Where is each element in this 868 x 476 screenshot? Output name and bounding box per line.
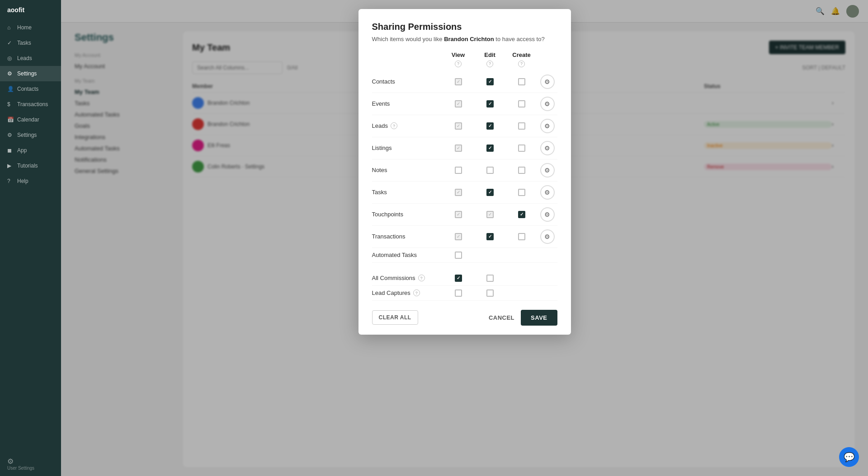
checkbox[interactable]	[518, 233, 525, 240]
transactions-create-check[interactable]	[506, 233, 538, 240]
checkbox[interactable]	[518, 145, 525, 152]
sidebar-item-calendar[interactable]: 📅 Calendar	[0, 112, 61, 127]
sidebar-item-settings[interactable]: ⚙ Settings	[0, 66, 61, 81]
chat-bubble[interactable]: 💬	[839, 447, 859, 467]
listings-gear-cell[interactable]: ⚙	[538, 141, 557, 155]
listings-create-check[interactable]	[506, 145, 538, 152]
checkbox[interactable]	[518, 211, 525, 218]
edit-help-icon[interactable]: ?	[474, 60, 506, 67]
events-gear-button[interactable]: ⚙	[540, 97, 555, 111]
notes-gear-button[interactable]: ⚙	[540, 163, 555, 177]
tasks-gear-button[interactable]: ⚙	[540, 185, 555, 200]
listings-gear-button[interactable]: ⚙	[540, 141, 555, 155]
notes-view-check[interactable]	[443, 167, 474, 174]
sidebar-item-tutorials[interactable]: ▶ Tutorials	[0, 158, 61, 173]
create-help-icon[interactable]: ?	[506, 60, 538, 67]
contacts-edit-check[interactable]	[474, 78, 506, 85]
leads-create-check[interactable]	[506, 122, 538, 130]
tasks-create-check[interactable]	[506, 189, 538, 196]
commissions-view-check[interactable]	[443, 275, 474, 282]
checkbox[interactable]	[455, 211, 462, 218]
touchpoints-edit-check[interactable]	[474, 211, 506, 218]
listings-edit-check[interactable]	[474, 145, 506, 152]
checkbox[interactable]	[455, 189, 462, 196]
notes-create-check[interactable]	[506, 167, 538, 174]
modal-subtitle: Which items would you like Brandon Crich…	[372, 36, 557, 42]
contacts-create-check[interactable]	[506, 78, 538, 85]
checkbox[interactable]	[518, 78, 525, 85]
checkbox[interactable]	[486, 189, 494, 196]
listings-view-check[interactable]	[443, 145, 474, 152]
tasks-view-check[interactable]	[443, 189, 474, 196]
lead-captures-help-icon[interactable]: ?	[413, 289, 420, 296]
checkbox[interactable]	[455, 167, 462, 174]
checkbox[interactable]	[486, 78, 494, 85]
checkbox[interactable]	[455, 145, 462, 152]
contacts-gear-cell[interactable]: ⚙	[538, 75, 557, 89]
commissions-help-icon[interactable]: ?	[418, 275, 425, 281]
transactions-edit-check[interactable]	[474, 233, 506, 240]
checkbox[interactable]	[518, 189, 525, 196]
checkbox[interactable]	[455, 78, 462, 85]
leads-gear-button[interactable]: ⚙	[540, 119, 555, 133]
checkbox[interactable]	[486, 233, 494, 240]
checkbox[interactable]	[518, 122, 525, 130]
leads-help-icon[interactable]: ?	[391, 122, 397, 129]
contacts-gear-button[interactable]: ⚙	[540, 75, 555, 89]
checkbox[interactable]	[486, 211, 494, 218]
events-create-check[interactable]	[506, 100, 538, 107]
checkbox[interactable]	[486, 100, 494, 107]
tasks-gear-cell[interactable]: ⚙	[538, 185, 557, 200]
checkbox[interactable]	[486, 122, 494, 130]
perm-label-lead-captures: Lead Captures ?	[372, 289, 443, 296]
checkbox[interactable]	[455, 252, 462, 259]
checkbox[interactable]	[455, 233, 462, 240]
sidebar-item-leads[interactable]: ◎ Leads	[0, 51, 61, 66]
events-gear-cell[interactable]: ⚙	[538, 97, 557, 111]
perm-row-events: Events ⚙	[372, 93, 557, 115]
checkbox[interactable]	[486, 167, 494, 174]
checkbox[interactable]	[455, 100, 462, 107]
contacts-view-check[interactable]	[443, 78, 474, 85]
checkbox[interactable]	[455, 122, 462, 130]
sidebar-item-tasks[interactable]: ✓ Tasks	[0, 35, 61, 51]
sidebar-item-contacts[interactable]: 👤 Contacts	[0, 81, 61, 97]
notes-edit-check[interactable]	[474, 167, 506, 174]
touchpoints-gear-cell[interactable]: ⚙	[538, 207, 557, 222]
events-view-check[interactable]	[443, 100, 474, 107]
touchpoints-view-check[interactable]	[443, 211, 474, 218]
checkbox[interactable]	[518, 100, 525, 107]
lead-captures-view-check[interactable]	[443, 289, 474, 297]
lead-captures-edit-check[interactable]	[474, 289, 506, 297]
leads-view-check[interactable]	[443, 122, 474, 130]
checkbox[interactable]	[518, 167, 525, 174]
transactions-gear-button[interactable]: ⚙	[540, 229, 555, 244]
touchpoints-gear-button[interactable]: ⚙	[540, 207, 555, 222]
checkbox[interactable]	[486, 289, 494, 297]
transactions-gear-cell[interactable]: ⚙	[538, 229, 557, 244]
tasks-edit-check[interactable]	[474, 189, 506, 196]
commissions-edit-check[interactable]	[474, 275, 506, 282]
checkbox[interactable]	[455, 289, 462, 297]
app-logo: aoofit	[0, 0, 61, 20]
transactions-view-check[interactable]	[443, 233, 474, 240]
automated-tasks-view-check[interactable]	[443, 252, 474, 259]
sidebar-item-settings2[interactable]: ⚙ Settings	[0, 127, 61, 143]
events-edit-check[interactable]	[474, 100, 506, 107]
cancel-button[interactable]: CANCEL	[489, 314, 514, 321]
sidebar-item-app[interactable]: ◼ App	[0, 143, 61, 158]
sidebar-gear-icon[interactable]: ⚙	[7, 457, 54, 466]
sidebar-item-home[interactable]: ⌂ Home	[0, 20, 61, 35]
notes-gear-cell[interactable]: ⚙	[538, 163, 557, 177]
checkbox[interactable]	[455, 275, 462, 282]
touchpoints-create-check[interactable]	[506, 211, 538, 218]
save-button[interactable]: SAVE	[521, 310, 557, 326]
clear-all-button[interactable]: CLEAR ALL	[372, 310, 418, 325]
checkbox[interactable]	[486, 145, 494, 152]
leads-gear-cell[interactable]: ⚙	[538, 119, 557, 133]
checkbox[interactable]	[486, 275, 494, 282]
sidebar-item-transactions[interactable]: $ Transactions	[0, 97, 61, 112]
leads-edit-check[interactable]	[474, 122, 506, 130]
sidebar-item-help[interactable]: ? Help	[0, 173, 61, 189]
view-help-icon[interactable]: ?	[443, 60, 474, 67]
